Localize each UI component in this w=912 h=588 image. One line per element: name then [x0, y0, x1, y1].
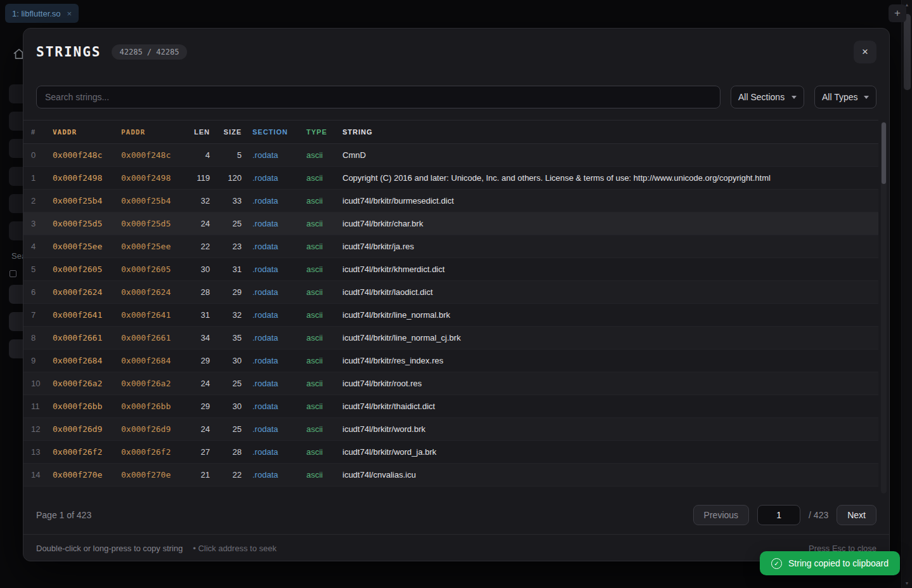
vaddr-address[interactable]: 0x000f25b4 — [48, 190, 116, 212]
vaddr-address[interactable]: 0x000f270e — [48, 464, 116, 487]
table-row[interactable]: 130x000f26f20x000f26f22728.rodataasciiic… — [23, 441, 878, 464]
table-row[interactable]: 100x000f26a20x000f26a22425.rodataasciiic… — [23, 372, 878, 395]
previous-page-button[interactable]: Previous — [693, 505, 749, 525]
seek-hint: • Click address to seek — [193, 544, 277, 553]
vaddr-address[interactable]: 0x000f25ee — [48, 235, 116, 258]
vaddr-address[interactable]: 0x000f2605 — [48, 258, 116, 281]
page-number-input[interactable] — [757, 505, 800, 525]
scroll-down-icon[interactable]: ▼ — [902, 581, 912, 585]
paddr-address[interactable]: 0x000f2605 — [116, 258, 186, 281]
length-value: 24 — [186, 212, 215, 235]
page-total: / 423 — [809, 510, 828, 520]
table-row[interactable]: 00x000f248c0x000f248c45.rodataasciiCmnD — [23, 144, 878, 167]
table-row[interactable]: 90x000f26840x000f26842930.rodataasciiicu… — [23, 350, 878, 372]
paddr-address[interactable]: 0x000f26f2 — [116, 441, 186, 464]
size-value: 35 — [215, 327, 247, 350]
sections-filter-select[interactable]: All Sections — [731, 86, 804, 108]
string-value[interactable]: CmnD — [337, 144, 878, 167]
paddr-address[interactable]: 0x000f2498 — [116, 167, 186, 190]
string-value[interactable]: icudt74l/brkitr/laodict.dict — [337, 281, 878, 304]
paddr-address[interactable]: 0x000f2641 — [116, 304, 186, 327]
page-scrollbar-thumb[interactable] — [904, 14, 911, 90]
vaddr-address[interactable]: 0x000f26f2 — [48, 441, 116, 464]
string-value[interactable]: icudt74l/brkitr/word_ja.brk — [337, 441, 878, 464]
section-name: .rodata — [247, 235, 301, 258]
paddr-address[interactable]: 0x000f26d9 — [116, 418, 186, 441]
row-index: 3 — [23, 212, 48, 235]
paddr-address[interactable]: 0x000f270e — [116, 464, 186, 487]
string-value[interactable]: icudt74l/brkitr/word.brk — [337, 418, 878, 441]
vaddr-address[interactable]: 0x000f26d9 — [48, 418, 116, 441]
paddr-address[interactable]: 0x000f2661 — [116, 327, 186, 350]
string-value[interactable]: icudt74l/cnvalias.icu — [337, 464, 878, 487]
section-name: .rodata — [247, 144, 301, 167]
paddr-address[interactable]: 0x000f26a2 — [116, 372, 186, 395]
sidebar-checkbox[interactable] — [10, 270, 16, 277]
row-index: 11 — [23, 395, 48, 418]
vaddr-address[interactable]: 0x000f2641 — [48, 304, 116, 327]
table-row[interactable]: 10x000f24980x000f2498119120.rodataasciiC… — [23, 167, 878, 190]
page-scrollbar[interactable]: ▲ ▼ — [901, 0, 912, 588]
table-row[interactable]: 140x000f270e0x000f270e2122.rodataasciiic… — [23, 464, 878, 487]
size-value: 22 — [215, 464, 247, 487]
row-index: 7 — [23, 304, 48, 327]
new-tab-button[interactable]: + — [889, 4, 906, 22]
string-value[interactable]: icudt74l/brkitr/line_normal.brk — [337, 304, 878, 327]
paddr-address[interactable]: 0x000f25b4 — [116, 190, 186, 212]
size-value: 23 — [215, 235, 247, 258]
string-value[interactable]: icudt74l/brkitr/burmesedict.dict — [337, 190, 878, 212]
paddr-address[interactable]: 0x000f248c — [116, 144, 186, 167]
vaddr-address[interactable]: 0x000f26bb — [48, 395, 116, 418]
table-row[interactable]: 120x000f26d90x000f26d92425.rodataasciiic… — [23, 418, 878, 441]
modal-close-button[interactable]: × — [854, 41, 876, 63]
table-row[interactable]: 80x000f26610x000f26613435.rodataasciiicu… — [23, 327, 878, 350]
table-row[interactable]: 110x000f26bb0x000f26bb2930.rodataasciiic… — [23, 395, 878, 418]
vaddr-address[interactable]: 0x000f2498 — [48, 167, 116, 190]
table-scrollbar[interactable] — [881, 122, 887, 493]
string-value[interactable]: icudt74l/brkitr/char.brk — [337, 212, 878, 235]
string-value[interactable]: icudt74l/brkitr/khmerdict.dict — [337, 258, 878, 281]
length-value: 24 — [186, 418, 215, 441]
table-row[interactable]: 60x000f26240x000f26242829.rodataasciiicu… — [23, 281, 878, 304]
vaddr-address[interactable]: 0x000f2661 — [48, 327, 116, 350]
table-row[interactable]: 40x000f25ee0x000f25ee2223.rodataasciiicu… — [23, 235, 878, 258]
vaddr-address[interactable]: 0x000f2624 — [48, 281, 116, 304]
row-index: 14 — [23, 464, 48, 487]
paddr-address[interactable]: 0x000f26bb — [116, 395, 186, 418]
string-value[interactable]: icudt74l/brkitr/ja.res — [337, 235, 878, 258]
paddr-address[interactable]: 0x000f25d5 — [116, 212, 186, 235]
column-header-size: SIZE — [215, 121, 247, 144]
vaddr-address[interactable]: 0x000f26a2 — [48, 372, 116, 395]
string-value[interactable]: icudt74l/brkitr/line_normal_cj.brk — [337, 327, 878, 350]
string-value[interactable]: icudt74l/brkitr/thaidict.dict — [337, 395, 878, 418]
vaddr-address[interactable]: 0x000f248c — [48, 144, 116, 167]
length-value: 29 — [186, 395, 215, 418]
tab-close-icon[interactable]: × — [67, 9, 72, 18]
section-name: .rodata — [247, 395, 301, 418]
size-value: 33 — [215, 190, 247, 212]
table-row[interactable]: 30x000f25d50x000f25d52425.rodataasciiicu… — [23, 212, 878, 235]
size-value: 120 — [215, 167, 247, 190]
pager-controls: Previous / 423 Next — [693, 505, 876, 525]
column-header-index: # — [23, 121, 48, 144]
paddr-address[interactable]: 0x000f25ee — [116, 235, 186, 258]
vaddr-address[interactable]: 0x000f2684 — [48, 350, 116, 372]
string-type: ascii — [301, 190, 337, 212]
search-strings-input[interactable] — [36, 86, 720, 108]
string-value[interactable]: icudt74l/brkitr/res_index.res — [337, 350, 878, 372]
row-index: 13 — [23, 441, 48, 464]
types-filter-select[interactable]: All Types — [814, 86, 876, 108]
string-value[interactable]: icudt74l/brkitr/root.res — [337, 372, 878, 395]
table-row[interactable]: 20x000f25b40x000f25b43233.rodataasciiicu… — [23, 190, 878, 212]
row-index: 5 — [23, 258, 48, 281]
table-scrollbar-thumb[interactable] — [882, 122, 886, 184]
column-header-string: STRING — [337, 121, 878, 144]
table-row[interactable]: 70x000f26410x000f26413132.rodataasciiicu… — [23, 304, 878, 327]
next-page-button[interactable]: Next — [837, 505, 876, 525]
vaddr-address[interactable]: 0x000f25d5 — [48, 212, 116, 235]
string-value[interactable]: Copyright (C) 2016 and later: Unicode, I… — [337, 167, 878, 190]
paddr-address[interactable]: 0x000f2624 — [116, 281, 186, 304]
table-row[interactable]: 50x000f26050x000f26053031.rodataasciiicu… — [23, 258, 878, 281]
section-name: .rodata — [247, 304, 301, 327]
paddr-address[interactable]: 0x000f2684 — [116, 350, 186, 372]
